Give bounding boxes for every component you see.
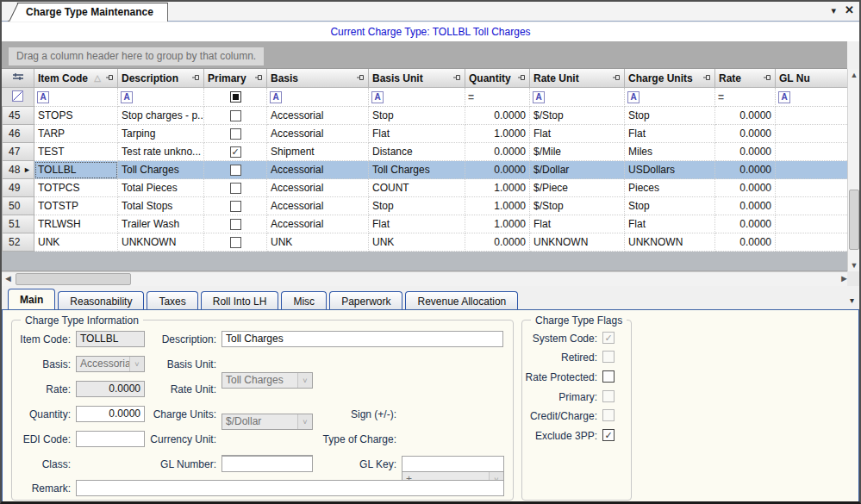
column-header-basis[interactable]: Basis xyxy=(267,69,369,88)
cell-rate_unit[interactable]: UNKNOWN xyxy=(530,233,625,252)
cell-item_code[interactable]: TRLWSH xyxy=(34,215,118,233)
cell-item_code[interactable]: TARP xyxy=(34,125,118,143)
cell-item_code[interactable]: STOPS xyxy=(34,107,118,125)
row-header[interactable]: 46 xyxy=(2,125,34,143)
cell-basis_unit[interactable]: Flat xyxy=(369,125,465,143)
cell-rate_unit[interactable]: Flat xyxy=(530,125,625,143)
cell-description[interactable]: Trailer Wash xyxy=(118,215,204,233)
cell-description[interactable]: Tarping xyxy=(118,125,204,143)
pin-icon[interactable] xyxy=(254,72,263,84)
pin-icon[interactable] xyxy=(452,72,461,84)
column-header-description[interactable]: Description xyxy=(118,69,204,88)
text-filter-icon[interactable]: A xyxy=(533,91,545,103)
cell-item_code[interactable]: TOTPCS xyxy=(34,179,118,197)
primary-checkbox[interactable]: ✓ xyxy=(230,146,241,158)
cell-basis_unit[interactable]: Stop xyxy=(369,197,465,215)
vertical-scroll-thumb[interactable] xyxy=(849,190,859,250)
cell-gl_number[interactable] xyxy=(776,179,851,197)
column-header-primary[interactable]: Primary xyxy=(204,69,267,88)
cell-basis_unit[interactable]: Stop xyxy=(369,107,465,125)
tab-paperwork[interactable]: Paperwork xyxy=(329,291,402,309)
cell-quantity[interactable]: 0.0000 xyxy=(465,161,530,179)
cell-basis[interactable]: Accessorial xyxy=(267,161,369,179)
pin-icon[interactable] xyxy=(763,72,771,84)
cell-charge_units[interactable]: USDollars xyxy=(625,161,715,179)
cell-charge_units[interactable]: UNKNOWN xyxy=(625,233,715,252)
cell-rate[interactable]: 0.0000 xyxy=(715,197,776,215)
scroll-left-icon[interactable]: ◄ xyxy=(2,272,15,286)
cell-basis_unit[interactable]: Toll Charges xyxy=(369,161,465,179)
tab-charge-type-maintenance[interactable]: Charge Type Maintenance xyxy=(8,3,168,22)
cell-basis_unit[interactable]: COUNT xyxy=(369,179,465,197)
row-header[interactable]: 52 xyxy=(2,233,34,252)
filter-cell-description[interactable]: A xyxy=(118,88,204,107)
primary-checkbox[interactable] xyxy=(230,219,241,230)
filter-cell-basis[interactable]: A xyxy=(267,88,369,107)
text-filter-icon[interactable]: A xyxy=(37,91,49,103)
exclude_3pp-checkbox[interactable]: ✓ xyxy=(602,429,615,441)
cell-quantity[interactable]: 1.0000 xyxy=(465,197,530,215)
cell-rate[interactable]: 0.0000 xyxy=(715,179,776,197)
column-header-gl_number[interactable]: GL Nu xyxy=(776,69,851,88)
table-row[interactable]: 47TESTTest rate unkno...✓ShipmentDistanc… xyxy=(2,143,851,161)
cell-charge_units[interactable]: Stop xyxy=(625,107,715,125)
description-field[interactable]: Toll Charges xyxy=(221,331,503,347)
column-header-charge_units[interactable]: Charge Units xyxy=(625,69,715,88)
tab-list-dropdown-icon[interactable]: ▾ xyxy=(832,4,837,16)
primary-checkbox-cell[interactable] xyxy=(204,125,267,143)
primary-checkbox-cell[interactable] xyxy=(204,197,267,215)
primary-checkbox-cell[interactable] xyxy=(204,179,267,197)
primary-checkbox-cell[interactable] xyxy=(204,233,267,252)
gl_key-field[interactable] xyxy=(402,456,504,472)
cell-rate[interactable]: 0.0000 xyxy=(715,215,776,233)
text-filter-icon[interactable]: A xyxy=(778,91,790,103)
tab-misc[interactable]: Misc xyxy=(281,291,327,309)
cell-basis[interactable]: Shipment xyxy=(267,143,369,161)
cell-basis[interactable]: Accessorial xyxy=(267,215,369,233)
customize-columns-button[interactable] xyxy=(2,69,34,88)
tab-reasonability[interactable]: Reasonability xyxy=(58,291,144,309)
pin-icon[interactable] xyxy=(105,72,114,84)
cell-rate_unit[interactable]: $/Stop xyxy=(530,197,625,215)
column-header-basis_unit[interactable]: Basis Unit xyxy=(369,69,465,88)
cell-gl_number[interactable] xyxy=(776,107,851,125)
cell-item_code[interactable]: TEST xyxy=(34,143,118,161)
equals-filter-icon[interactable]: = xyxy=(468,91,474,103)
cell-rate_unit[interactable]: $/Dollar xyxy=(530,161,625,179)
tab-roll-into-lh[interactable]: Roll Into LH xyxy=(201,291,279,309)
cell-description[interactable]: Stop charges - p... xyxy=(118,107,204,125)
cell-charge_units[interactable]: Stop xyxy=(625,197,715,215)
column-header-rate[interactable]: Rate xyxy=(715,69,776,88)
cell-charge_units[interactable]: Flat xyxy=(625,215,715,233)
cell-rate_unit[interactable]: $/Mile xyxy=(530,143,625,161)
pin-icon[interactable] xyxy=(356,72,365,84)
scroll-down-icon[interactable]: ▼ xyxy=(848,259,860,271)
table-row[interactable]: 45STOPSStop charges - p...AccessorialSto… xyxy=(2,107,851,125)
table-row[interactable]: 49TOTPCSTotal PiecesAccessorialCOUNT1.00… xyxy=(2,179,851,197)
row-header[interactable]: 51 xyxy=(2,215,34,233)
text-filter-icon[interactable]: A xyxy=(627,91,640,103)
column-header-rate_unit[interactable]: Rate Unit xyxy=(530,69,625,88)
cell-item_code[interactable]: TOTSTP xyxy=(34,197,118,215)
filter-cell-item_code[interactable]: A xyxy=(34,88,118,107)
cell-rate_unit[interactable]: $/Stop xyxy=(530,107,625,125)
cell-quantity[interactable]: 1.0000 xyxy=(465,215,530,233)
scroll-up-icon[interactable]: ▲ xyxy=(848,69,860,81)
cell-rate[interactable]: 0.0000 xyxy=(715,143,776,161)
cell-description[interactable]: Test rate unkno... xyxy=(118,143,204,161)
cell-rate[interactable]: 0.0000 xyxy=(715,233,776,252)
primary-checkbox[interactable] xyxy=(230,201,241,212)
row-header[interactable]: 48► xyxy=(2,161,34,179)
cell-rate[interactable]: 0.0000 xyxy=(715,161,776,179)
cell-gl_number[interactable] xyxy=(776,215,851,233)
cell-quantity[interactable]: 1.0000 xyxy=(465,179,530,197)
text-filter-icon[interactable]: A xyxy=(371,91,384,103)
primary-checkbox[interactable] xyxy=(230,183,241,194)
tab-taxes[interactable]: Taxes xyxy=(147,291,197,309)
cell-description[interactable]: Total Pieces xyxy=(118,179,204,197)
primary-checkbox-cell[interactable] xyxy=(204,161,267,179)
tab-main[interactable]: Main xyxy=(8,289,55,309)
table-row[interactable]: 51TRLWSHTrailer WashAccessorialFlat1.000… xyxy=(2,215,851,233)
filter-cell-primary[interactable] xyxy=(204,88,267,107)
row-header[interactable]: 45 xyxy=(2,107,34,125)
